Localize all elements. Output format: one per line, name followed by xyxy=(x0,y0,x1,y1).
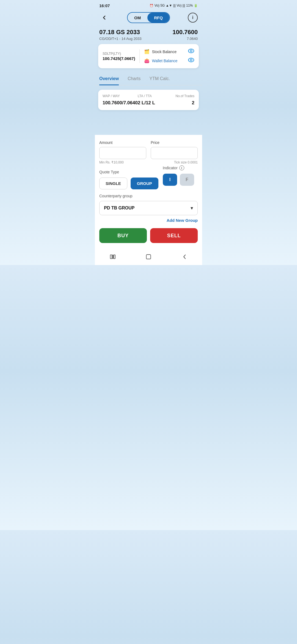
tabs-bar: Overview Charts YTM Calc. xyxy=(95,73,202,85)
amount-hint: Min Rs. ₹10,000 xyxy=(99,160,146,164)
buy-button[interactable]: BUY xyxy=(99,228,147,243)
stock-balance-row: 🗂️ Stock Balance xyxy=(144,48,194,55)
balance-card: SDLTP(LTY) 100.7425(7.0667) 🗂️ Stock Bal… xyxy=(98,44,199,68)
quote-single-button[interactable]: SINGLE xyxy=(99,178,127,189)
wap-stat: WAP / WAY 100.7600/7.0640 xyxy=(103,94,138,106)
nav-home-button[interactable] xyxy=(143,251,154,262)
svg-rect-5 xyxy=(112,255,113,259)
bond-yield: 7.0640 xyxy=(172,37,198,41)
price-label: Price xyxy=(151,140,198,145)
nav-back-button[interactable] xyxy=(179,251,190,262)
indicator-i-button[interactable]: I xyxy=(163,174,177,186)
status-icons: ⏰ Vo) 5G ▲▼ ||| Vo) ||| 11% 🔋 xyxy=(150,4,198,7)
quote-type-buttons: SINGLE GROUP xyxy=(99,178,158,189)
battery-icon: 🔋 xyxy=(194,4,198,7)
tab-ytm-calc[interactable]: YTM Calc. xyxy=(149,73,170,85)
trades-stat: No.of Trades 2 xyxy=(166,94,194,106)
lta-stat: LTA / TTA 2 L/12 L xyxy=(138,94,166,106)
bottom-section: Amount Min Rs. ₹10,000 Price Tick size 0… xyxy=(95,135,202,247)
price-hint: Tick size 0.0001 xyxy=(151,160,198,164)
status-bar: 16:07 ⏰ Vo) 5G ▲▼ ||| Vo) ||| 11% 🔋 xyxy=(95,0,202,10)
counterparty-section: Counterparty group PD TB GROUP ▾ xyxy=(99,194,198,215)
amount-group: Amount Min Rs. ₹10,000 xyxy=(99,140,146,164)
nav-menu-button[interactable] xyxy=(107,251,118,262)
tab-charts[interactable]: Charts xyxy=(128,73,141,85)
sdltp-label: SDLTP(LTY) xyxy=(103,52,135,56)
lta-label: LTA / TTA xyxy=(138,94,166,98)
om-rfq-toggle[interactable]: OM RFQ xyxy=(127,12,170,23)
bond-info: 07.18 GS 2033 CG/OD/T+1 - 14 Aug 2033 10… xyxy=(95,26,202,44)
amount-label: Amount xyxy=(99,140,146,145)
status-time: 16:07 xyxy=(99,3,110,8)
bond-description: CG/OD/T+1 - 14 Aug 2033 xyxy=(99,37,142,41)
briefcase-icon: 🗂️ xyxy=(144,49,150,54)
wallet-balance-label: Wallet Balance xyxy=(152,59,186,63)
stock-balance-label: Stock Balance xyxy=(152,50,186,54)
stats-card: WAP / WAY 100.7600/7.0640 LTA / TTA 2 L/… xyxy=(98,90,199,110)
wap-label: WAP / WAY xyxy=(103,94,138,98)
toggle-rfq[interactable]: RFQ xyxy=(147,13,169,23)
sell-button[interactable]: SELL xyxy=(150,228,198,243)
sdltp-value: 100.7425(7.0667) xyxy=(103,56,135,61)
indicator-section: Indicator i I F xyxy=(163,165,198,186)
tab-overview[interactable]: Overview xyxy=(99,73,119,85)
svg-rect-6 xyxy=(114,255,115,259)
quote-type-section: Quote Type SINGLE GROUP xyxy=(99,165,158,194)
bond-price-section: 100.7600 7.0640 xyxy=(172,29,198,41)
bond-price: 100.7600 xyxy=(172,29,198,36)
svg-point-2 xyxy=(188,58,194,62)
chevron-down-icon: ▾ xyxy=(191,205,193,211)
alarm-icon: ⏰ xyxy=(150,4,153,7)
toggle-om[interactable]: OM xyxy=(128,13,147,23)
balance-items: 🗂️ Stock Balance 👛 Wallet Balance xyxy=(144,48,194,64)
bond-details-left: 07.18 GS 2033 CG/OD/T+1 - 14 Aug 2033 xyxy=(99,29,142,41)
indicator-info-icon[interactable]: i xyxy=(179,165,184,170)
price-group: Price Tick size 0.0001 xyxy=(151,140,198,164)
info-button[interactable]: i xyxy=(188,13,198,23)
tab-content-overview: WAP / WAY 100.7600/7.0640 LTA / TTA 2 L/… xyxy=(95,90,202,128)
wallet-icon: 👛 xyxy=(144,58,150,63)
counterparty-dropdown[interactable]: PD TB GROUP ▾ xyxy=(99,201,198,215)
header: OM RFQ i xyxy=(95,10,202,26)
quote-group-button[interactable]: GROUP xyxy=(131,178,158,189)
wallet-balance-eye[interactable] xyxy=(188,58,194,64)
svg-point-3 xyxy=(190,59,192,61)
navigation-bar xyxy=(95,247,202,265)
indicator-buttons: I F xyxy=(163,174,198,186)
wallet-balance-row: 👛 Wallet Balance xyxy=(144,58,194,64)
signal-icons: Vo) 5G ▲▼ ||| Vo) ||| xyxy=(155,4,185,7)
svg-point-0 xyxy=(188,49,194,53)
quote-indicator-row: Quote Type SINGLE GROUP Indicator i I xyxy=(99,165,198,194)
add-new-group-button[interactable]: Add New Group xyxy=(167,218,198,223)
svg-rect-4 xyxy=(110,255,112,259)
lta-value: 2 L/12 L xyxy=(138,100,166,106)
counterparty-value: PD TB GROUP xyxy=(104,206,134,211)
vertical-divider xyxy=(139,49,140,63)
svg-rect-7 xyxy=(146,255,151,259)
back-button[interactable] xyxy=(99,13,109,23)
trades-value: 2 xyxy=(166,100,194,106)
indicator-f-button[interactable]: F xyxy=(180,174,194,186)
wap-value: 100.7600/7.0640 xyxy=(103,100,138,106)
quote-type-label: Quote Type xyxy=(99,170,158,174)
sdltp-section: SDLTP(LTY) 100.7425(7.0667) xyxy=(103,52,135,61)
price-input[interactable] xyxy=(151,147,198,159)
counterparty-label: Counterparty group xyxy=(99,194,198,198)
battery-indicator: 11% xyxy=(186,4,193,7)
svg-point-1 xyxy=(190,50,192,52)
action-buttons-row: BUY SELL xyxy=(99,228,198,243)
indicator-label: Indicator i xyxy=(163,165,198,170)
bond-name: 07.18 GS 2033 xyxy=(99,29,142,36)
stock-balance-eye[interactable] xyxy=(188,48,194,55)
info-icon: i xyxy=(192,15,193,20)
amount-input[interactable] xyxy=(99,147,146,159)
amount-price-row: Amount Min Rs. ₹10,000 Price Tick size 0… xyxy=(99,140,198,164)
trades-label: No.of Trades xyxy=(166,94,194,98)
add-group-row: Add New Group xyxy=(99,218,198,223)
